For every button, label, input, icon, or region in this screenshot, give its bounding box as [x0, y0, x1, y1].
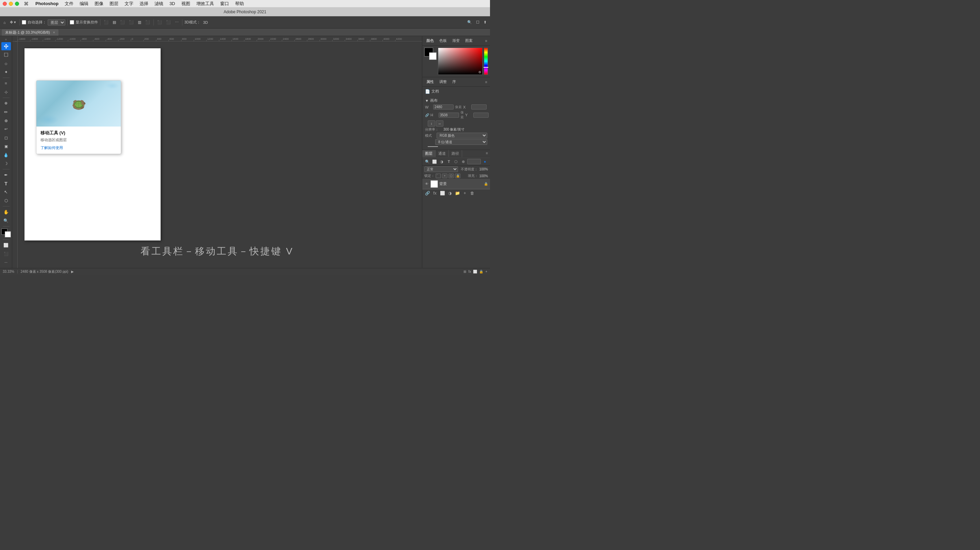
- color-panel-options-icon[interactable]: ≡: [485, 39, 487, 43]
- screen-mode-button[interactable]: ⬜: [2, 241, 11, 249]
- libraries-tab[interactable]: 序: [451, 79, 457, 85]
- portrait-button[interactable]: ↕: [428, 121, 435, 127]
- filter-smart-icon[interactable]: ⊕: [460, 159, 466, 164]
- hand-tool-button[interactable]: ✋: [2, 208, 11, 216]
- link-layers-button[interactable]: 🔗: [424, 191, 430, 196]
- minimize-button[interactable]: [9, 2, 13, 6]
- layers-panel-options-icon[interactable]: ≡: [484, 150, 490, 157]
- channels-tab[interactable]: 通道: [436, 150, 449, 157]
- plugins-menu[interactable]: 增效工具: [194, 0, 217, 8]
- gradient-tool-button[interactable]: ▣: [2, 142, 11, 150]
- layers-filter-toggle[interactable]: ●: [482, 159, 488, 164]
- patterns-tab[interactable]: 图案: [464, 37, 474, 44]
- share-button[interactable]: ⬆: [482, 19, 488, 25]
- add-layer-button[interactable]: +: [462, 191, 468, 196]
- color-mode-select[interactable]: RGB 颜色 CMYK 颜色: [437, 133, 487, 138]
- background-swatch[interactable]: [429, 52, 437, 60]
- photoshop-menu[interactable]: Photoshop: [33, 0, 61, 7]
- auto-select-checkbox[interactable]: [22, 20, 26, 24]
- align-center-v-button[interactable]: ▥: [137, 19, 143, 25]
- y-input[interactable]: [473, 113, 488, 118]
- lock-artboard-button[interactable]: ⬡: [449, 173, 454, 178]
- marquee-tool-button[interactable]: [2, 51, 11, 59]
- zoom-tool-button[interactable]: 🔍: [2, 217, 11, 225]
- text-menu[interactable]: 文字: [122, 0, 136, 8]
- edit-menu[interactable]: 编辑: [77, 0, 91, 8]
- shape-tool-button[interactable]: ⬡: [2, 197, 11, 205]
- eyedropper-tool-button[interactable]: ⊹: [2, 88, 11, 96]
- view-menu[interactable]: 视图: [179, 0, 193, 8]
- magic-wand-tool-button[interactable]: ✦: [2, 68, 11, 76]
- help-menu[interactable]: 帮助: [232, 0, 247, 8]
- healing-tool-button[interactable]: ⊕: [2, 99, 11, 108]
- distribute-right-button[interactable]: ⬛: [165, 19, 172, 25]
- 3d-menu[interactable]: 3D: [167, 0, 178, 7]
- background-color[interactable]: [5, 231, 11, 237]
- layers-search-input[interactable]: [467, 159, 481, 164]
- lock-position-button[interactable]: +: [442, 173, 447, 178]
- pen-tool-button[interactable]: ✒: [2, 171, 11, 179]
- add-adjustment-button[interactable]: ◑: [447, 191, 453, 196]
- add-group-button[interactable]: 📁: [454, 191, 460, 196]
- maximize-button[interactable]: [15, 2, 19, 6]
- color-saturation-box[interactable]: [438, 48, 482, 75]
- add-mask-button[interactable]: ⬜: [439, 191, 445, 196]
- layers-tab[interactable]: 图层: [422, 150, 436, 157]
- swatches-tab[interactable]: 色板: [438, 37, 448, 44]
- brush-tool-button[interactable]: ✏: [2, 108, 11, 116]
- hue-spectrum[interactable]: [484, 48, 488, 75]
- align-top-button[interactable]: ⬛: [127, 19, 135, 25]
- 3d-mode-button[interactable]: 3D: [202, 20, 209, 25]
- filter-adjust-icon[interactable]: ◑: [439, 159, 445, 164]
- search-button[interactable]: 🔍: [466, 19, 473, 25]
- image-menu[interactable]: 图像: [92, 0, 106, 8]
- dodge-tool-button[interactable]: ☽: [2, 159, 11, 168]
- frame-tool-button[interactable]: ⬛: [2, 250, 11, 258]
- path-selection-button[interactable]: ↖: [2, 188, 11, 196]
- lock-pixels-button[interactable]: ⬛: [436, 173, 441, 178]
- history-brush-button[interactable]: ↩: [2, 125, 11, 134]
- select-menu[interactable]: 选择: [137, 0, 151, 8]
- align-left-button[interactable]: ⬛: [102, 19, 110, 25]
- properties-tab[interactable]: 属性: [425, 79, 435, 85]
- height-input[interactable]: [439, 113, 459, 118]
- align-center-h-button[interactable]: ▤: [111, 19, 118, 25]
- blur-tool-button[interactable]: 💧: [2, 151, 11, 159]
- add-fx-button[interactable]: fx: [432, 191, 438, 196]
- window-menu[interactable]: 窗口: [218, 0, 232, 8]
- landscape-button[interactable]: ↔: [436, 121, 443, 127]
- canvas-area[interactable]: -1800 -1600 -1400 -1200 -1000 -800 -600 …: [12, 36, 422, 268]
- tooltip-learn-link[interactable]: 了解如何使用: [40, 146, 63, 149]
- bit-depth-select[interactable]: 8 位/通道 16 位/通道: [435, 139, 487, 145]
- more-tools-button[interactable]: ···: [2, 259, 11, 267]
- align-bottom-button[interactable]: ⬛: [144, 19, 151, 25]
- filter-shape-icon[interactable]: ⬡: [453, 159, 459, 164]
- paths-tab[interactable]: 路径: [449, 150, 462, 157]
- more-options-button[interactable]: ⋯: [173, 19, 180, 25]
- adjustments-tab[interactable]: 调整: [438, 79, 448, 85]
- filter-text-icon[interactable]: T: [446, 159, 452, 164]
- document-tab[interactable]: 未标题-1 @ 33.3%(RGB/8) ×: [2, 29, 59, 36]
- artboard-button[interactable]: ☐: [475, 19, 481, 25]
- home-button[interactable]: ⌂: [2, 20, 7, 25]
- layer-menu[interactable]: 图层: [107, 0, 121, 8]
- link-dimensions-icon[interactable]: 🔗: [425, 113, 429, 118]
- color-swatches[interactable]: [2, 229, 11, 237]
- doc-tab-close-button[interactable]: ×: [53, 30, 55, 34]
- show-transform-checkbox[interactable]: [70, 20, 74, 24]
- layer-visibility-icon[interactable]: 👁: [424, 182, 429, 186]
- background-layer-item[interactable]: 👁 背景 🔒: [422, 179, 490, 189]
- lasso-tool-button[interactable]: ○: [2, 59, 11, 68]
- eraser-tool-button[interactable]: ◻: [2, 134, 11, 142]
- filter-pixel-icon[interactable]: ⬜: [431, 159, 438, 164]
- delete-layer-button[interactable]: 🗑: [469, 191, 476, 196]
- canvas-section-header[interactable]: ▼ 画布: [425, 97, 487, 104]
- lock-all-button[interactable]: 🔒: [455, 173, 460, 178]
- filter-menu[interactable]: 滤镜: [152, 0, 166, 8]
- blend-mode-select[interactable]: 正常 溶解 变暗: [424, 166, 458, 172]
- x-input[interactable]: [471, 105, 487, 110]
- color-tab[interactable]: 颜色: [425, 37, 435, 44]
- distribute-left-button[interactable]: ⬛: [156, 19, 163, 25]
- text-tool-button[interactable]: T: [2, 180, 11, 188]
- auto-select-type[interactable]: 图层 组: [48, 19, 65, 25]
